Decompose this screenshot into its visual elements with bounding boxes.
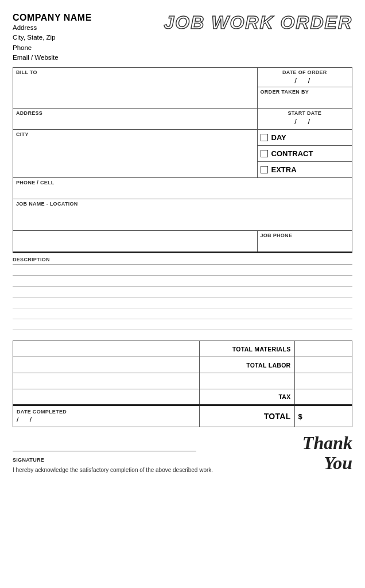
job-name-value bbox=[16, 208, 349, 218]
bill-to-value bbox=[16, 76, 254, 87]
date-completed-label: DATE COMPLETED bbox=[17, 409, 196, 415]
job-name-value2 bbox=[16, 218, 349, 229]
start-date-value: / / bbox=[261, 117, 349, 126]
row-job-phone: JOB PHONE bbox=[13, 231, 352, 253]
company-address: Address bbox=[13, 23, 92, 33]
order-taken-by-label: ORDER TAKEN BY bbox=[261, 89, 349, 95]
row-job-name: JOB NAME - LOCATION bbox=[13, 199, 352, 231]
day-label: DAY bbox=[271, 133, 286, 142]
page: COMPANY NAME Address City, State, Zip Ph… bbox=[0, 0, 365, 588]
city-value bbox=[16, 138, 254, 149]
cell-materials-desc bbox=[13, 341, 200, 357]
row-bill-to: BILL TO DATE OF ORDER / / bbox=[13, 68, 352, 87]
cell-tax-desc bbox=[13, 389, 200, 405]
desc-line-1 bbox=[13, 264, 352, 265]
desc-line-2 bbox=[13, 275, 352, 276]
totals-table: TOTAL MATERIALS TOTAL LABOR TAX DATE COM… bbox=[13, 341, 352, 427]
start-date-label: START DATE bbox=[261, 110, 349, 116]
cell-total-labor-label: TOTAL LABOR bbox=[200, 357, 294, 373]
row-total-final: DATE COMPLETED / / TOTAL $ bbox=[13, 405, 352, 427]
description-lines bbox=[13, 264, 352, 330]
order-taken-by-value bbox=[261, 96, 349, 106]
desc-line-3 bbox=[13, 286, 352, 287]
page-title: JOB WORK ORDER bbox=[164, 13, 352, 33]
phone-cell-value bbox=[16, 187, 349, 197]
thank-you-line2: You bbox=[302, 453, 352, 473]
cell-tax-value bbox=[294, 389, 352, 405]
cell-job-location-left bbox=[13, 231, 258, 253]
city-label: CITY bbox=[16, 131, 254, 137]
signature-line bbox=[13, 451, 196, 451]
main-form-table: BILL TO DATE OF ORDER / / ORDER TAKEN BY… bbox=[13, 67, 352, 253]
contract-checkbox-item: CONTRACT bbox=[261, 148, 349, 160]
company-name: COMPANY NAME bbox=[13, 13, 92, 22]
cell-total-labor-value bbox=[294, 357, 352, 373]
cell-day-checkbox: DAY bbox=[257, 130, 352, 146]
contract-label: CONTRACT bbox=[271, 149, 313, 158]
cell-address: ADDRESS bbox=[13, 109, 258, 130]
description-section: DESCRIPTION bbox=[13, 257, 352, 330]
row-phone: PHONE / CELL bbox=[13, 178, 352, 199]
job-name-label: JOB NAME - LOCATION bbox=[16, 201, 349, 207]
cell-contract-checkbox: CONTRACT bbox=[257, 146, 352, 162]
desc-line-7 bbox=[13, 330, 352, 330]
cell-total-label: TOTAL bbox=[200, 405, 294, 427]
cell-date-completed: DATE COMPLETED / / bbox=[13, 405, 200, 427]
acknowledgement-text: I hereby acknowledge the satisfactory co… bbox=[13, 467, 291, 473]
cell-tax-label: TAX bbox=[200, 389, 294, 405]
cell-job-phone: JOB PHONE bbox=[257, 231, 352, 253]
cell-phone: PHONE / CELL bbox=[13, 178, 352, 199]
cell-job-name: JOB NAME - LOCATION bbox=[13, 199, 352, 231]
row-total-materials: TOTAL MATERIALS bbox=[13, 341, 352, 357]
cell-bill-to: BILL TO bbox=[13, 68, 258, 109]
header: COMPANY NAME Address City, State, Zip Ph… bbox=[13, 13, 352, 63]
cell-total-value: $ bbox=[294, 405, 352, 427]
cell-extra-checkbox: EXTRA bbox=[257, 162, 352, 178]
extra-checkbox-item: EXTRA bbox=[261, 164, 349, 176]
cell-labor-desc bbox=[13, 357, 200, 373]
row-total-labor: TOTAL LABOR bbox=[13, 357, 352, 373]
date-completed-value: / / bbox=[17, 416, 196, 424]
cell-city: CITY bbox=[13, 130, 258, 178]
bottom-section: SIGNATURE I hereby acknowledge the satis… bbox=[13, 433, 352, 473]
contract-checkbox[interactable] bbox=[261, 150, 268, 157]
bill-to-label: BILL TO bbox=[16, 69, 254, 75]
phone-cell-label: PHONE / CELL bbox=[16, 180, 349, 185]
dollar-sign: $ bbox=[298, 412, 302, 421]
signature-area: SIGNATURE I hereby acknowledge the satis… bbox=[13, 451, 302, 473]
thank-you-line1: Thank bbox=[302, 433, 352, 453]
cell-total-materials-value bbox=[294, 341, 352, 357]
row-tax: TAX bbox=[13, 389, 352, 405]
cell-date-of-order: DATE OF ORDER / / bbox=[257, 68, 352, 87]
cell-empty1 bbox=[13, 373, 200, 389]
job-location-value bbox=[16, 233, 254, 243]
extra-checkbox[interactable] bbox=[261, 166, 268, 173]
day-checkbox[interactable] bbox=[261, 134, 268, 141]
company-city: City, State, Zip bbox=[13, 33, 92, 42]
job-phone-label: JOB PHONE bbox=[261, 233, 349, 238]
cell-empty3 bbox=[294, 373, 352, 389]
description-label: DESCRIPTION bbox=[13, 257, 352, 262]
desc-line-5 bbox=[13, 308, 352, 308]
extra-label: EXTRA bbox=[271, 165, 297, 174]
title-block: JOB WORK ORDER bbox=[164, 13, 352, 33]
row-empty-1 bbox=[13, 373, 352, 389]
cell-order-taken-by: ORDER TAKEN BY bbox=[257, 87, 352, 109]
cell-empty2 bbox=[200, 373, 294, 389]
address-label: ADDRESS bbox=[16, 110, 254, 116]
signature-label: SIGNATURE bbox=[13, 457, 44, 463]
company-email: Email / Website bbox=[13, 53, 92, 63]
job-phone-value bbox=[261, 239, 349, 250]
cell-start-date: START DATE / / bbox=[257, 109, 352, 130]
row-address: ADDRESS START DATE / / bbox=[13, 109, 352, 130]
date-of-order-label: DATE OF ORDER bbox=[261, 69, 349, 75]
company-info: COMPANY NAME Address City, State, Zip Ph… bbox=[13, 13, 92, 63]
address-value bbox=[16, 117, 254, 127]
bill-to-value2 bbox=[16, 87, 254, 97]
desc-line-6 bbox=[13, 319, 352, 319]
day-checkbox-item: DAY bbox=[261, 131, 349, 144]
date-of-order-value: / / bbox=[261, 76, 349, 85]
row-city: CITY DAY bbox=[13, 130, 352, 146]
company-phone: Phone bbox=[13, 43, 92, 53]
desc-line-4 bbox=[13, 297, 352, 297]
